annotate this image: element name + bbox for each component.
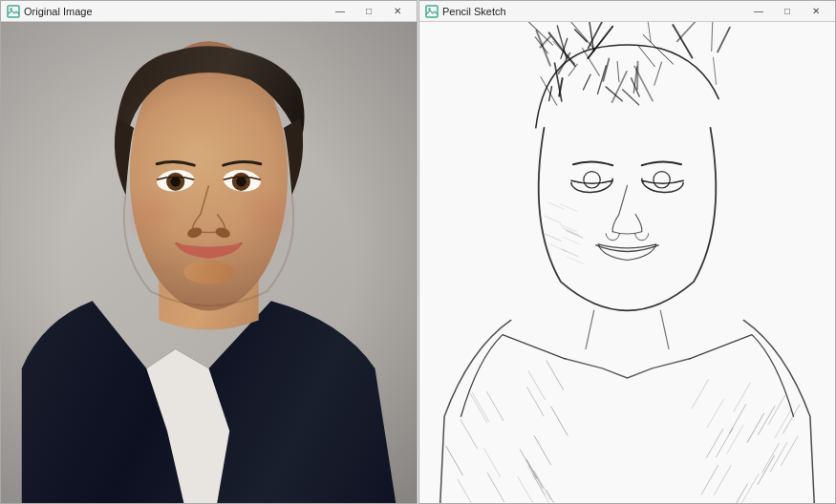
original-close-button[interactable]: ✕ bbox=[384, 3, 411, 20]
pencil-icon bbox=[425, 5, 439, 18]
original-minimize-button[interactable]: — bbox=[327, 3, 354, 20]
svg-point-3 bbox=[428, 8, 430, 10]
sketch-photo-canvas bbox=[419, 22, 835, 503]
sketch-title-text: Pencil Sketch bbox=[442, 6, 506, 17]
sketch-maximize-button[interactable]: □ bbox=[774, 3, 801, 20]
original-window-controls[interactable]: — □ ✕ bbox=[327, 3, 411, 20]
title-left-original: Original Image bbox=[7, 5, 93, 18]
original-title-text: Original Image bbox=[24, 6, 93, 17]
svg-rect-2 bbox=[426, 6, 438, 17]
sketch-window: Pencil Sketch — □ ✕ bbox=[418, 0, 836, 504]
original-photo-canvas bbox=[1, 22, 417, 503]
sketch-minimize-button[interactable]: — bbox=[745, 3, 772, 20]
title-left-sketch: Pencil Sketch bbox=[425, 5, 506, 18]
sketch-close-button[interactable]: ✕ bbox=[803, 3, 829, 20]
original-image-window: Original Image — □ ✕ bbox=[0, 0, 418, 504]
svg-point-1 bbox=[10, 8, 11, 10]
original-title-bar: Original Image — □ ✕ bbox=[1, 1, 417, 22]
sketch-window-controls[interactable]: — □ ✕ bbox=[745, 3, 829, 20]
original-image-content bbox=[1, 22, 417, 503]
image-icon bbox=[7, 5, 20, 18]
svg-rect-0 bbox=[8, 6, 19, 17]
sketch-image-content bbox=[419, 22, 835, 503]
original-maximize-button[interactable]: □ bbox=[355, 3, 382, 20]
sketch-title-bar: Pencil Sketch — □ ✕ bbox=[419, 1, 835, 22]
